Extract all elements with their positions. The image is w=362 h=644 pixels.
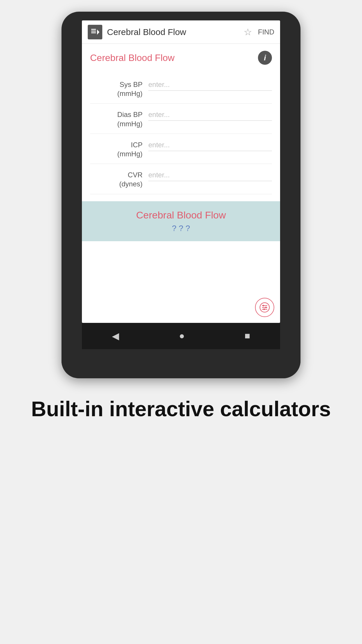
sys-bp-label: Sys BP(mmHg): [90, 79, 148, 98]
content-area: Cerebral Blood Flow i Sys BP(mmHg) Dias …: [82, 44, 280, 201]
top-bar-title: Cerebral Blood Flow: [107, 27, 244, 37]
sys-bp-input[interactable]: [148, 79, 272, 91]
icp-row: ICP(mmHg): [90, 134, 272, 164]
svg-marker-3: [97, 29, 99, 35]
dias-bp-row: Dias BP(mmHg): [90, 104, 272, 134]
nav-bar: ◀ ● ■: [82, 323, 280, 349]
dias-bp-field-wrap: [148, 109, 272, 121]
dias-bp-label: Dias BP(mmHg): [90, 109, 148, 128]
recents-button[interactable]: ■: [245, 330, 250, 341]
icp-field-wrap: [148, 139, 272, 151]
home-button[interactable]: ●: [179, 330, 184, 341]
dias-bp-input[interactable]: [148, 109, 272, 121]
settings-fab[interactable]: [255, 298, 274, 317]
top-bar: Cerebral Blood Flow ☆ FIND: [82, 20, 280, 44]
result-value: ? ? ?: [88, 224, 274, 233]
star-icon[interactable]: ☆: [244, 27, 252, 38]
svg-point-8: [263, 305, 264, 306]
phone-bottom: [61, 349, 301, 378]
svg-rect-1: [91, 31, 96, 32]
result-title: Cerebral Blood Flow: [88, 209, 274, 221]
sys-bp-field-wrap: [148, 79, 272, 91]
section-header: Cerebral Blood Flow i: [90, 51, 272, 65]
phone-shell: Cerebral Blood Flow ☆ FIND Cerebral Bloo…: [61, 12, 301, 378]
svg-rect-2: [91, 32, 96, 33]
empty-area: [82, 241, 280, 323]
phone-screen: Cerebral Blood Flow ☆ FIND Cerebral Bloo…: [82, 20, 280, 323]
icp-label: ICP(mmHg): [90, 139, 148, 158]
svg-point-10: [263, 308, 265, 310]
cvr-row: CVR(dynes): [90, 164, 272, 194]
svg-rect-0: [91, 29, 96, 30]
menu-icon[interactable]: [88, 25, 102, 39]
cvr-input[interactable]: [148, 169, 272, 181]
cvr-field-wrap: [148, 169, 272, 181]
info-icon[interactable]: i: [258, 51, 272, 65]
sys-bp-row: Sys BP(mmHg): [90, 74, 272, 104]
icp-input[interactable]: [148, 139, 272, 151]
svg-point-9: [265, 307, 267, 308]
back-button[interactable]: ◀: [112, 330, 119, 342]
find-button[interactable]: FIND: [258, 28, 274, 36]
bottom-promotional-text: Built-in interactive calculators: [0, 378, 362, 445]
cvr-label: CVR(dynes): [90, 169, 148, 188]
result-block: Cerebral Blood Flow ? ? ?: [82, 201, 280, 241]
section-title: Cerebral Blood Flow: [90, 52, 175, 63]
